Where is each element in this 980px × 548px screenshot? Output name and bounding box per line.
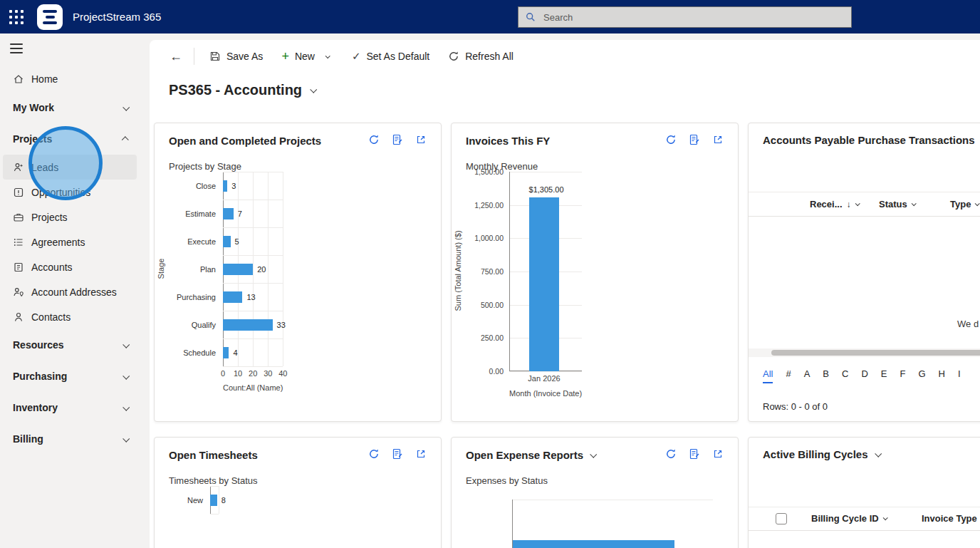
view-records-icon[interactable] <box>392 448 403 462</box>
bar[interactable] <box>223 180 227 192</box>
jump-letter[interactable]: H <box>939 368 945 383</box>
page-title[interactable]: PS365 - Accounting <box>169 82 980 98</box>
sidebar-item-leads[interactable]: Leads <box>3 155 137 180</box>
sidebar-item-opportunities[interactable]: Opportunities <box>0 180 140 205</box>
card-title[interactable]: Open Expense Reports <box>466 449 595 461</box>
refresh-icon[interactable] <box>368 448 380 462</box>
sidebar-group-purchasing[interactable]: Purchasing <box>0 361 140 392</box>
chevron-down-icon <box>123 403 130 410</box>
value-label: 7 <box>238 210 242 218</box>
jump-letter[interactable]: G <box>918 368 925 383</box>
grid-header-row: Recei... ↓ Status Type <box>749 192 980 217</box>
bar[interactable] <box>223 291 242 303</box>
hamburger-menu-icon[interactable] <box>0 33 140 62</box>
briefcase-icon <box>13 212 24 223</box>
view-records-icon[interactable] <box>689 134 700 148</box>
new-split-chevron[interactable] <box>318 45 343 68</box>
back-button[interactable]: ← <box>164 45 188 68</box>
jump-letter[interactable]: A <box>804 368 810 383</box>
search-input[interactable] <box>542 11 844 24</box>
checkbox-icon <box>776 513 787 524</box>
sidebar-group-resources[interactable]: Resources <box>0 329 140 361</box>
column-header-received[interactable]: Recei... ↓ <box>810 199 859 210</box>
bar[interactable]: $1,305.00 <box>529 197 560 371</box>
card-title: Open Timesheets <box>169 449 258 461</box>
popout-icon[interactable] <box>712 134 724 148</box>
x-tick-labels: 010203040 <box>223 369 283 380</box>
partial-bar[interactable] <box>513 540 674 548</box>
jump-letter[interactable]: I <box>958 368 961 383</box>
bar[interactable] <box>223 208 234 219</box>
y-axis-title: Stage <box>155 172 167 392</box>
sidebar-item-contacts[interactable]: Contacts <box>0 304 140 329</box>
address-pin-icon <box>13 286 24 298</box>
jump-all[interactable]: All <box>763 368 773 383</box>
timesheets-by-status-chart: New8 <box>155 486 219 514</box>
card-title[interactable]: Accounts Payable Purchase Transactions <box>763 134 980 146</box>
sidebar: Home My Work Projects Leads Opportunitie… <box>0 33 140 548</box>
card-open-completed-projects: Open and Completed Projects Projects by … <box>154 123 442 422</box>
sort-descending-icon: ↓ <box>847 200 851 210</box>
grid-header-row: Billing Cycle ID Invoice Type <box>749 507 980 531</box>
checkmark-icon: ✓ <box>352 50 361 63</box>
sidebar-item-account-addresses[interactable]: Account Addresses <box>0 279 140 304</box>
popout-icon[interactable] <box>415 448 427 462</box>
table-row[interactable]: Monthly 1st... Project <box>749 541 980 548</box>
popout-icon[interactable] <box>415 134 427 148</box>
jump-letter[interactable]: D <box>861 368 867 383</box>
jump-letter[interactable]: E <box>881 368 887 383</box>
refresh-icon[interactable] <box>665 448 677 462</box>
jump-letter[interactable]: B <box>823 368 829 383</box>
save-icon <box>209 51 221 62</box>
refresh-all-button[interactable]: Refresh All <box>439 45 523 68</box>
card-title: Open and Completed Projects <box>169 135 321 147</box>
bar[interactable] <box>223 236 231 247</box>
sidebar-group-my-work[interactable]: My Work <box>0 92 140 123</box>
column-header-invoice-type[interactable]: Invoice Type <box>922 513 980 524</box>
jump-letter[interactable]: F <box>900 368 905 383</box>
save-as-button[interactable]: Save As <box>200 45 272 68</box>
value-label: $1,305.00 <box>529 185 560 194</box>
sidebar-item-accounts[interactable]: Accounts <box>0 254 140 279</box>
bar[interactable] <box>223 264 253 275</box>
card-open-timesheets: Open Timesheets Timesheets by Status New… <box>154 437 442 548</box>
sidebar-item-projects[interactable]: Projects <box>0 205 140 229</box>
refresh-icon[interactable] <box>665 134 677 148</box>
column-header-billing-cycle-id[interactable]: Billing Cycle ID <box>811 513 887 524</box>
x-axis-title: Month (Invoice Date) <box>464 389 582 398</box>
column-header-type[interactable]: Type <box>950 199 979 210</box>
category-label: Purchasing <box>167 293 223 301</box>
category-label: Execute <box>167 237 223 246</box>
rows-count-status: Rows: 0 - 0 of 0 <box>763 401 828 412</box>
chart-subtitle: Monthly Revenue <box>466 161 724 172</box>
bar[interactable] <box>223 347 229 358</box>
chart-row: Plan20 <box>167 255 283 283</box>
view-records-icon[interactable] <box>392 134 403 148</box>
scrollbar-thumb[interactable] <box>771 350 980 356</box>
sidebar-group-billing[interactable]: Billing <box>0 423 140 455</box>
sidebar-group-projects[interactable]: Projects <box>0 123 140 155</box>
category-label: Schedule <box>167 348 223 357</box>
refresh-icon[interactable] <box>368 134 380 148</box>
command-bar: ← Save As + New ✓ Set As Default Refresh… <box>150 40 980 73</box>
select-all-checkbox[interactable] <box>776 513 787 524</box>
app-logo[interactable] <box>37 4 63 30</box>
sidebar-group-inventory[interactable]: Inventory <box>0 392 140 423</box>
app-launcher-icon[interactable] <box>0 0 33 33</box>
bar[interactable] <box>210 495 217 506</box>
jump-letter[interactable]: # <box>786 368 791 383</box>
bar[interactable] <box>223 319 273 331</box>
view-records-icon[interactable] <box>689 448 700 462</box>
column-header-status[interactable]: Status <box>879 199 915 210</box>
card-title[interactable]: Active Billing Cycles <box>763 448 880 460</box>
y-tick-labels: 1,500.001,250.001,000.00750.00500.00250.… <box>464 172 504 371</box>
new-button[interactable]: + New <box>272 45 324 68</box>
set-as-default-button[interactable]: ✓ Set As Default <box>343 45 439 68</box>
chevron-down-icon <box>911 201 916 206</box>
sidebar-item-agreements[interactable]: Agreements <box>0 229 140 254</box>
jump-letter[interactable]: C <box>842 368 848 383</box>
global-search[interactable] <box>518 6 852 28</box>
leads-icon <box>13 162 24 173</box>
popout-icon[interactable] <box>712 448 724 462</box>
sidebar-item-home[interactable]: Home <box>0 66 140 92</box>
